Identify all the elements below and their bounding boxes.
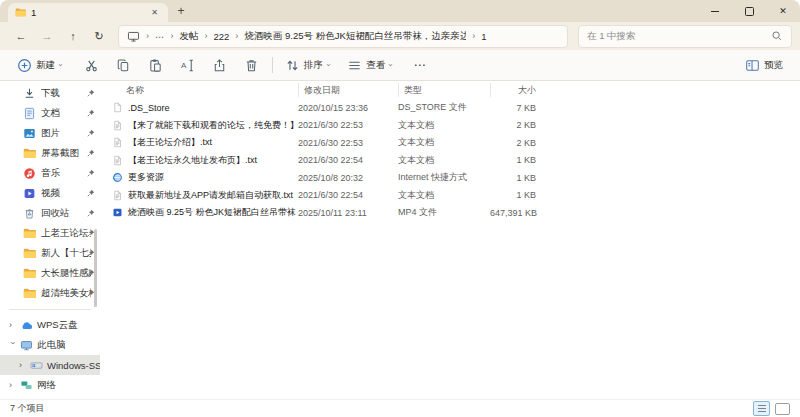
- file-row[interactable]: 【老王论坛永久地址发布页】.txt 2021/6/30 22:54 文本文档 1…: [100, 152, 800, 170]
- sidebar-item-downloads[interactable]: 下载: [0, 83, 100, 103]
- text-file-icon: [112, 120, 123, 131]
- documents-icon: [23, 107, 36, 120]
- folder-icon: [23, 287, 36, 300]
- refresh-button[interactable]: ↻: [86, 25, 112, 47]
- sidebar-item-music[interactable]: 音乐: [0, 163, 100, 183]
- sidebar-item-label: 上老王论坛当: [41, 227, 91, 240]
- chevron-right-icon[interactable]: ›: [19, 360, 26, 370]
- details-view-button[interactable]: [753, 401, 770, 416]
- file-row[interactable]: 【老王论坛介绍】.txt 2021/6/30 22:53 文本文档 2 KB: [100, 134, 800, 152]
- search-input[interactable]: 在 1 中搜索: [578, 25, 792, 48]
- view-button[interactable]: 查看 ›: [342, 53, 397, 77]
- scissors-icon: [84, 58, 99, 73]
- sidebar-item-pictures[interactable]: 图片: [0, 123, 100, 143]
- file-date: 2025/10/8 20:32: [298, 173, 398, 183]
- paste-button[interactable]: [143, 53, 169, 77]
- forward-button[interactable]: →: [34, 25, 60, 47]
- up-button[interactable]: ↑: [60, 25, 86, 47]
- new-tab-button[interactable]: +: [168, 0, 194, 22]
- share-button[interactable]: [207, 53, 233, 77]
- view-lines-icon: [347, 58, 362, 73]
- file-name: 【来了就能下载和观看的论坛，纯免费！】.txt: [128, 119, 298, 132]
- sidebar-item-recycle-bin[interactable]: 回收站: [0, 203, 100, 223]
- file-row[interactable]: .DS_Store 2020/10/15 23:36 DS_STORE 文件 7…: [100, 99, 800, 117]
- maximize-icon: [745, 7, 754, 16]
- sidebar-item-label: 此电脑: [37, 339, 66, 352]
- file-icon: [112, 102, 123, 113]
- pin-icon: [87, 129, 95, 137]
- column-header-date[interactable]: 修改日期: [298, 83, 398, 97]
- internet-shortcut-icon: [112, 172, 123, 183]
- pictures-icon: [23, 127, 36, 140]
- sidebar-item-folder[interactable]: 超清纯美女校: [0, 283, 100, 303]
- folder-icon: [15, 7, 26, 18]
- sidebar-item-network[interactable]: ›网络: [0, 375, 100, 395]
- chevron-right-icon[interactable]: ›: [9, 320, 16, 330]
- sidebar-item-folder[interactable]: 新人【十七岁: [0, 243, 100, 263]
- share-icon: [212, 58, 227, 73]
- maximize-button[interactable]: [732, 0, 766, 22]
- file-name: 【老王论坛介绍】.txt: [128, 136, 212, 149]
- minimize-button[interactable]: [698, 0, 732, 22]
- chevron-down-icon: ›: [56, 64, 64, 67]
- sidebar-item-this-pc[interactable]: ›此电脑: [0, 335, 100, 355]
- file-row[interactable]: 获取最新地址及APP请发邮箱自动获取.txt 2021/6/30 22:54 文…: [100, 187, 800, 205]
- sidebar-item-label: 音乐: [41, 167, 60, 180]
- file-list: 名称 修改日期 类型 大小 .DS_Store 2020/10/15 23:36…: [100, 81, 800, 400]
- search-placeholder: 在 1 中搜索: [587, 30, 636, 43]
- back-button[interactable]: ←: [8, 25, 34, 47]
- chevron-right-icon[interactable]: ›: [9, 380, 16, 390]
- file-row[interactable]: 【来了就能下载和观看的论坛，纯免费！】.txt 2021/6/30 22:53 …: [100, 117, 800, 135]
- sidebar-item-documents[interactable]: 文档: [0, 103, 100, 123]
- paste-icon: [148, 58, 163, 73]
- breadcrumb[interactable]: › ⋯ › 发帖 › 222 › 烧酒映画 9.25号 粉色JK短裙配白丝吊带袜…: [118, 25, 568, 48]
- breadcrumb-item[interactable]: 1: [481, 31, 486, 42]
- pin-icon: [87, 209, 95, 217]
- icons-view-button[interactable]: [775, 403, 790, 415]
- sidebar-item-screenshots[interactable]: 屏幕截图: [0, 143, 100, 163]
- new-button[interactable]: 新建 ›: [12, 53, 67, 77]
- pin-icon: [87, 189, 95, 197]
- rename-button[interactable]: [175, 53, 201, 77]
- file-row[interactable]: 烧酒映画 9.25号 粉色JK短裙配白丝吊带袜，边... 2025/10/11 …: [100, 204, 800, 222]
- breadcrumb-item[interactable]: 发帖: [180, 30, 199, 43]
- sort-arrows-icon: [285, 58, 300, 73]
- file-name: 更多资源: [128, 171, 164, 184]
- downloads-icon: [23, 87, 36, 100]
- column-header-name[interactable]: 名称: [112, 84, 298, 97]
- file-date: 2021/6/30 22:54: [298, 190, 398, 200]
- navigation-pane: 下载 文档 图片 屏幕截图 音乐 视频 回收站 上老王论坛当 新人【十七岁 大长…: [0, 81, 100, 400]
- sidebar-item-label: 下载: [41, 87, 60, 100]
- breadcrumb-item[interactable]: 222: [214, 31, 230, 42]
- close-tab-icon[interactable]: ✕: [148, 7, 161, 18]
- column-header-size[interactable]: 大小: [490, 83, 546, 97]
- chevron-expanded-icon[interactable]: ›: [8, 342, 18, 349]
- folder-icon: [23, 267, 36, 280]
- breadcrumb-item[interactable]: 烧酒映画 9.25号 粉色JK短裙配白丝吊带袜，边亲亲边**爽死: [244, 30, 466, 43]
- text-file-icon: [112, 155, 123, 166]
- cut-button[interactable]: [79, 53, 105, 77]
- breadcrumb-overflow[interactable]: ⋯: [155, 31, 165, 42]
- sort-button[interactable]: 排序 ›: [280, 53, 335, 77]
- copy-button[interactable]: [111, 53, 137, 77]
- tab-bar: 1 ✕ + ✕: [0, 0, 800, 22]
- sidebar-item-folder[interactable]: 大长腿性感姗: [0, 263, 100, 283]
- file-date: 2021/6/30 22:53: [298, 138, 398, 148]
- sidebar-item-folder[interactable]: 上老王论坛当: [0, 223, 100, 243]
- preview-button[interactable]: 预览: [740, 53, 788, 77]
- rename-icon: [180, 58, 195, 73]
- tab-folder-1[interactable]: 1 ✕: [8, 3, 168, 22]
- chevron-down-icon: ›: [324, 64, 332, 67]
- sidebar-item-label: 屏幕截图: [41, 147, 79, 160]
- delete-button[interactable]: [239, 53, 265, 77]
- close-button[interactable]: ✕: [766, 0, 800, 22]
- see-more-button[interactable]: ⋯: [407, 53, 433, 77]
- sidebar-item-windows-ssd[interactable]: ›Windows-SSD: [0, 355, 100, 375]
- column-header-type[interactable]: 类型: [398, 83, 490, 97]
- file-type: 文本文档: [398, 119, 490, 132]
- sidebar-item-label: 回收站: [41, 207, 70, 220]
- file-row[interactable]: 更多资源 2025/10/8 20:32 Internet 快捷方式 1 KB: [100, 169, 800, 187]
- sidebar-item-videos[interactable]: 视频: [0, 183, 100, 203]
- sidebar-item-wps-cloud[interactable]: ›WPS云盘: [0, 315, 100, 335]
- sidebar-scrollbar[interactable]: [94, 229, 97, 307]
